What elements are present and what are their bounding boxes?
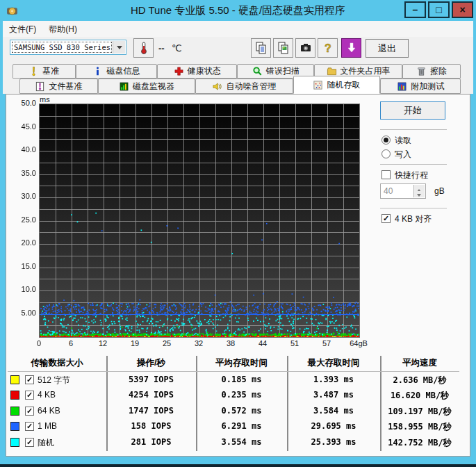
tab-label: 磁盘信息: [106, 65, 140, 77]
align-4kb-checkbox[interactable]: ✓: [381, 214, 391, 223]
copy-image-button[interactable]: [273, 38, 293, 58]
short-stroke-label: 快捷行程: [395, 170, 428, 181]
tab-file-benchmark[interactable]: 文件基准: [19, 79, 98, 94]
y-axis-tick: 45.0: [6, 122, 36, 131]
menu-bar: 文件(F)帮助(H): [3, 21, 473, 38]
y-axis-tick: 15.0: [6, 262, 36, 270]
y-axis-tick: 20.0: [6, 238, 36, 247]
spin-down-icon[interactable]: [413, 191, 425, 197]
table-header-divider: [8, 371, 459, 372]
separator: [380, 129, 447, 130]
series-visible-checkbox[interactable]: ✓: [25, 407, 34, 416]
tab-health[interactable]: 健康状态: [157, 64, 237, 79]
series-color-swatch: [10, 407, 19, 416]
series-label: 随机: [38, 437, 54, 449]
y-axis-tick: 30.0: [6, 192, 36, 200]
temperature-unit: ℃: [172, 43, 182, 54]
series-visible-checkbox[interactable]: ✓: [25, 422, 34, 431]
capacity-value: 40: [384, 186, 393, 196]
tab-label: 健康状态: [188, 65, 221, 77]
table-cell: 0.185 ms: [196, 375, 287, 384]
read-radio[interactable]: [381, 136, 391, 145]
table-cell: 0.235 ms: [196, 390, 287, 400]
folder-usage-icon: [327, 66, 337, 76]
table-cell: 0.572 ms: [196, 406, 287, 416]
tab-label: 随机存取: [327, 79, 360, 91]
tab-label: 基准: [42, 65, 59, 77]
table-header-4: 平均速度: [380, 357, 459, 369]
x-axis-tick: 12: [89, 339, 117, 347]
tab-extra-tests[interactable]: 附加测试: [380, 79, 461, 94]
series-visible-checkbox[interactable]: ✓: [25, 438, 34, 447]
copy-text-icon: [255, 41, 268, 55]
x-axis-tick: 0: [25, 339, 53, 347]
help-button[interactable]: ?: [318, 38, 338, 58]
tab-aam[interactable]: 自动噪音管理: [195, 79, 293, 94]
error-scan-icon: [252, 66, 263, 76]
drive-select[interactable]: SAMSUNG SSD 830 Series (64 gB): [10, 40, 126, 55]
tab-label: 自动噪音管理: [226, 81, 276, 92]
series-color-swatch: [10, 438, 19, 447]
table-header-1: 操作/秒: [106, 357, 196, 369]
tab-disk-info[interactable]: 磁盘信息: [76, 64, 157, 79]
table-cell: 3.487 ms: [287, 390, 380, 400]
separator: [380, 208, 447, 208]
table-cell: 16.620 MB/秒: [380, 390, 459, 402]
table-cell: 158.955 MB/秒: [380, 421, 459, 433]
y-axis-tick: 10.0: [6, 285, 36, 293]
x-axis-tick: 32: [185, 339, 213, 347]
svg-text:?: ?: [325, 42, 331, 54]
extra-tests-icon: [397, 81, 407, 92]
window-bottom-edge: [0, 464, 476, 467]
screenshot-button[interactable]: [295, 38, 315, 58]
x-axis-tick: 44: [249, 339, 277, 347]
series-color-swatch: [10, 422, 19, 431]
series-visible-checkbox[interactable]: ✓: [25, 391, 34, 400]
thermometer-icon: [138, 41, 150, 55]
tab-label: 磁盘监视器: [133, 81, 174, 92]
menu-item-1[interactable]: 帮助(H): [42, 21, 83, 35]
table-cell: 158 IOPS: [106, 421, 196, 431]
series-label: 4 KB: [38, 390, 56, 400]
y-axis-tick: 35.0: [6, 169, 36, 177]
table-cell: 142.752 MB/秒: [380, 437, 459, 449]
write-radio[interactable]: [381, 149, 391, 158]
minimize-button[interactable]: –: [404, 1, 426, 18]
tab-label: 文件基准: [49, 81, 82, 92]
start-button[interactable]: 开始: [380, 101, 445, 120]
table-cell: 2.636 MB/秒: [380, 375, 459, 386]
series-label: 512 字节: [38, 375, 70, 386]
tab-random-access[interactable]: 随机存取: [293, 76, 381, 94]
exit-button[interactable]: 退出: [366, 39, 409, 58]
short-stroke-checkbox[interactable]: [381, 170, 391, 179]
aam-icon: [212, 81, 222, 92]
tab-row-1: 基准磁盘信息健康状态错误扫描文件夹占用率擦除: [13, 64, 461, 79]
menu-item-0[interactable]: 文件(F): [3, 21, 42, 35]
copy-image-icon: [277, 41, 290, 55]
series-visible-checkbox[interactable]: ✓: [25, 375, 34, 384]
disk-monitor-icon: [119, 81, 129, 92]
table-cell: 6.291 ms: [196, 421, 287, 431]
series-color-swatch: [10, 391, 19, 400]
capacity-spinner[interactable]: 40: [380, 183, 426, 199]
maximize-button[interactable]: □: [428, 1, 450, 18]
series-color-swatch: [10, 375, 19, 384]
random-access-icon: [313, 80, 323, 90]
close-button[interactable]: ×: [452, 1, 473, 18]
help-icon: ?: [322, 41, 334, 55]
tab-benchmark[interactable]: 基准: [13, 64, 76, 79]
x-axis-tick: 19: [121, 339, 149, 347]
tab-erase[interactable]: 擦除: [402, 64, 461, 79]
temperature-button[interactable]: [133, 38, 154, 58]
save-button[interactable]: [341, 38, 361, 58]
x-axis-tick: 64gB: [345, 339, 372, 347]
chevron-down-icon[interactable]: [113, 41, 125, 54]
camera-icon: [299, 41, 312, 55]
series-label: 64 KB: [38, 406, 60, 416]
table-cell: 3.554 ms: [196, 437, 287, 447]
align-4kb-label: 4 KB 对齐: [395, 213, 432, 225]
tab-disk-monitor[interactable]: 磁盘监视器: [98, 79, 195, 94]
tabs-area: 基准磁盘信息健康状态错误扫描文件夹占用率擦除 文件基准磁盘监视器自动噪音管理随机…: [3, 62, 473, 94]
y-axis-tick: 50.0: [6, 99, 36, 107]
copy-text-button[interactable]: [251, 38, 271, 58]
